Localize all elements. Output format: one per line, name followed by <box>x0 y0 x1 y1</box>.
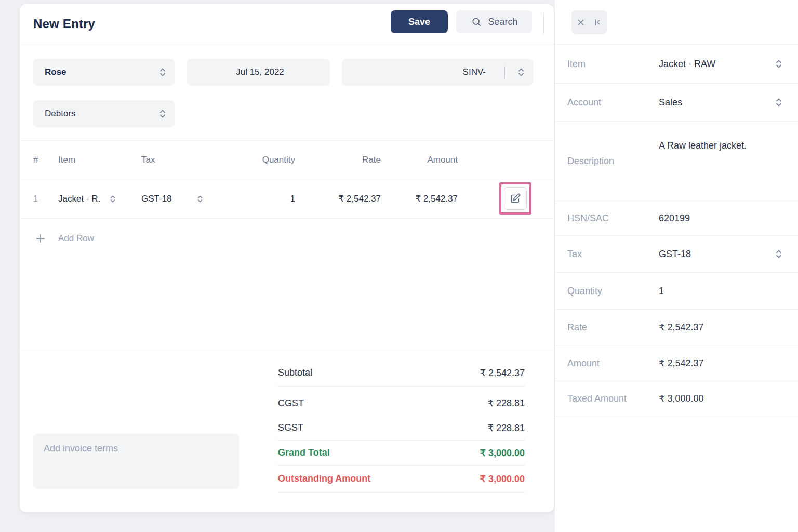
detail-item-label: Item <box>567 59 659 70</box>
detail-quantity-label: Quantity <box>567 286 659 297</box>
select-chevron-icon <box>159 109 166 119</box>
collapse-panel-icon[interactable] <box>591 16 604 29</box>
item-detail-panel: Item Jacket - RAW Account Sales Descript… <box>555 0 798 532</box>
sgst-row: SGST ₹ 228.81 <box>278 416 525 441</box>
detail-panel-rows: Item Jacket - RAW Account Sales Descript… <box>555 44 798 416</box>
subtotal-row: Subtotal ₹ 2,542.37 <box>278 360 525 387</box>
detail-account-value: Sales <box>659 97 775 108</box>
sgst-value: ₹ 228.81 <box>487 422 525 434</box>
date-input[interactable]: Jul 15, 2022 <box>187 59 330 86</box>
subtotal-value: ₹ 2,542.37 <box>480 367 525 379</box>
add-row-button[interactable]: Add Row <box>20 219 554 258</box>
add-row-label: Add Row <box>58 233 94 244</box>
detail-row-tax[interactable]: Tax GST-18 <box>555 236 798 273</box>
detail-row-description[interactable]: Description A Raw leather jacket. <box>555 122 798 201</box>
col-header-rate: Rate <box>295 155 381 165</box>
cgst-row: CGST ₹ 228.81 <box>278 391 525 416</box>
detail-tax-label: Tax <box>567 249 659 260</box>
col-header-tax: Tax <box>141 155 217 165</box>
grand-total-label: Grand Total <box>278 447 330 458</box>
select-chevron-icon <box>110 194 116 204</box>
detail-hsn-value: 620199 <box>659 213 782 224</box>
detail-row-item[interactable]: Item Jacket - RAW <box>555 45 798 84</box>
grand-total-value: ₹ 3,000.00 <box>480 447 525 459</box>
party-select[interactable]: Rose <box>33 59 175 86</box>
close-icon[interactable] <box>575 16 587 29</box>
select-chevron-icon <box>197 194 203 204</box>
text-cursor <box>504 66 505 78</box>
col-header-hash: # <box>33 155 58 165</box>
header-divider <box>543 14 544 35</box>
detail-description-value: A Raw leather jacket. <box>659 122 782 201</box>
row-index: 1 <box>33 194 58 204</box>
detail-rate-label: Rate <box>567 322 659 333</box>
outstanding-amount-label: Outstanding Amount <box>278 473 370 484</box>
page-title: New Entry <box>33 17 95 31</box>
save-button[interactable]: Save <box>391 10 448 33</box>
totals-section: Subtotal ₹ 2,542.37 CGST ₹ 228.81 SGST ₹… <box>278 360 525 493</box>
row-item-select[interactable]: Jacket - R. <box>58 194 141 204</box>
col-header-amount: Amount <box>381 155 458 165</box>
number-series-select[interactable]: SINV- <box>342 59 533 86</box>
table-row: 1 Jacket - R. GST-18 1 ₹ 2,542.37 ₹ 2,54… <box>20 179 554 219</box>
detail-row-account[interactable]: Account Sales <box>555 84 798 122</box>
detail-row-quantity[interactable]: Quantity 1 <box>555 273 798 310</box>
account-select-value: Debtors <box>45 109 159 119</box>
detail-amount-label: Amount <box>567 358 659 369</box>
detail-hsn-label: HSN/SAC <box>567 213 659 224</box>
search-icon <box>470 16 483 28</box>
detail-item-value: Jacket - RAW <box>659 59 775 70</box>
outstanding-amount-value: ₹ 3,000.00 <box>480 473 525 485</box>
items-table-header: # Item Tax Quantity Rate Amount <box>20 140 554 179</box>
select-chevron-icon <box>517 67 525 77</box>
footer-divider <box>20 350 554 350</box>
subtotal-label: Subtotal <box>278 367 312 378</box>
outstanding-amount-row: Outstanding Amount ₹ 3,000.00 <box>278 466 525 493</box>
row-quantity-input[interactable]: 1 <box>217 194 295 204</box>
detail-row-rate[interactable]: Rate ₹ 2,542.37 <box>555 310 798 345</box>
detail-rate-value: ₹ 2,542.37 <box>659 322 782 333</box>
card-header: New Entry Save Search <box>20 4 554 44</box>
detail-tax-value: GST-18 <box>659 249 775 260</box>
row-rate-input[interactable]: ₹ 2,542.37 <box>295 193 381 204</box>
date-input-value: Jul 15, 2022 <box>236 67 284 77</box>
row-tax-select[interactable]: GST-18 <box>141 194 217 204</box>
cgst-label: CGST <box>278 398 304 409</box>
invoice-terms-input[interactable] <box>33 434 239 489</box>
select-chevron-icon <box>775 97 782 108</box>
detail-amount-value: ₹ 2,542.37 <box>659 357 782 369</box>
number-series-value: SINV- <box>463 67 486 77</box>
detail-description-label: Description <box>567 122 659 201</box>
detail-row-hsn[interactable]: HSN/SAC 620199 <box>555 201 798 236</box>
search-button[interactable]: Search <box>456 10 532 33</box>
row-tax-value: GST-18 <box>141 194 172 204</box>
col-header-item: Item <box>58 155 141 165</box>
detail-quantity-value: 1 <box>659 286 782 297</box>
cgst-value: ₹ 228.81 <box>487 397 525 409</box>
grand-total-row: Grand Total ₹ 3,000.00 <box>278 441 525 466</box>
plus-icon <box>35 233 46 244</box>
detail-taxed-amount-value: ₹ 3,000.00 <box>659 393 782 404</box>
detail-taxed-amount-label: Taxed Amount <box>567 393 659 404</box>
account-select[interactable]: Debtors <box>33 100 175 127</box>
select-chevron-icon <box>775 59 782 69</box>
search-button-label: Search <box>488 17 517 28</box>
detail-row-amount: Amount ₹ 2,542.37 <box>555 345 798 381</box>
sgst-label: SGST <box>278 422 303 433</box>
select-chevron-icon <box>159 67 166 77</box>
detail-account-label: Account <box>567 97 659 108</box>
detail-row-taxed-amount: Taxed Amount ₹ 3,000.00 <box>555 381 798 416</box>
edit-icon <box>510 193 521 204</box>
col-header-quantity: Quantity <box>217 155 295 165</box>
party-select-value: Rose <box>45 67 159 77</box>
row-item-value: Jacket - R. <box>58 194 100 204</box>
edit-row-button[interactable] <box>504 187 527 210</box>
panel-button-group <box>571 10 607 34</box>
new-entry-card: New Entry Save Search Rose Jul 15, 2022 … <box>20 4 554 512</box>
row-amount-value: ₹ 2,542.37 <box>381 193 458 204</box>
detail-panel-toolbar <box>555 0 798 44</box>
select-chevron-icon <box>775 249 782 259</box>
